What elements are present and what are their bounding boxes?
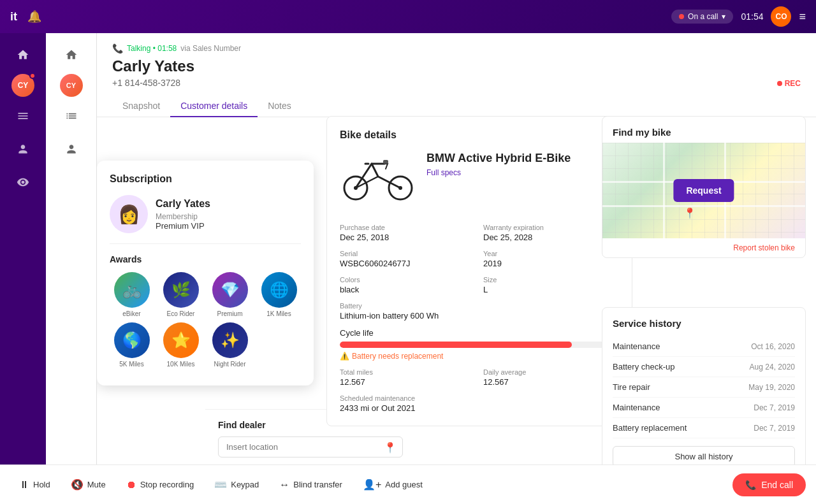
sidebar2-person-icon[interactable] xyxy=(57,135,85,163)
spec-label: Scheduled maintenance xyxy=(340,394,619,402)
notification-badge xyxy=(29,73,36,79)
location-icon: 📍 xyxy=(384,441,397,453)
spec-label: Size xyxy=(483,276,619,284)
blind-transfer-button[interactable]: ↔️ Blind transfer xyxy=(270,474,351,496)
award-label-10kmiles: 10K Miles xyxy=(167,361,195,368)
spec-label: Battery xyxy=(340,302,619,310)
service-item-1: Battery check-up Aug 24, 2020 xyxy=(613,357,795,377)
award-premium: 💎 Premium xyxy=(208,272,252,317)
hold-button[interactable]: ⏸ Hold xyxy=(10,474,59,496)
find-bike-card: Find my bike 📍 Request Report stolen bik… xyxy=(602,116,806,258)
nav-logo: it xyxy=(10,10,17,24)
service-item-3: Maintenance Dec 7, 2019 xyxy=(613,398,795,418)
stop-recording-button[interactable]: ⏺ Stop recording xyxy=(117,474,203,496)
bike-header: BMW Active Hybrid E-Bike Full specs xyxy=(340,151,619,211)
nav-left: it 🔔 xyxy=(10,10,41,24)
bike-info: BMW Active Hybrid E-Bike Full specs xyxy=(426,151,571,177)
tab-bar: Snapshot Customer details Notes xyxy=(112,96,801,117)
spec-label: Total miles xyxy=(340,368,476,376)
bike-details-card: Bike details BMW Active Hyb xyxy=(326,116,632,426)
tab-customer-details[interactable]: Customer details xyxy=(170,96,258,117)
award-label-ecorider: Eco Rider xyxy=(167,310,195,317)
award-circle-ebiker: 🚲 xyxy=(114,272,150,308)
spec-value: Dec 25, 2018 xyxy=(340,233,476,242)
talking-indicator: 📞 Talking • 01:58 via Sales Number xyxy=(112,43,801,54)
request-button[interactable]: Request xyxy=(673,179,734,202)
spec-size: Size L xyxy=(483,276,619,294)
sidebar-avatar[interactable]: CY xyxy=(11,74,34,97)
service-name: Maintenance xyxy=(613,403,660,412)
cycle-life-section: Cycle life 83% ⚠️ Battery needs replacem… xyxy=(340,328,619,361)
spec-value: L xyxy=(483,285,619,294)
mute-button[interactable]: 🔇 Mute xyxy=(62,473,115,496)
award-label-premium: Premium xyxy=(217,310,242,317)
keypad-button[interactable]: ⌨️ Keypad xyxy=(205,473,268,496)
tab-notes[interactable]: Notes xyxy=(258,96,302,117)
membership-label: Membership xyxy=(156,212,210,221)
hold-icon: ⏸ xyxy=(19,479,29,491)
sidebar2-list-icon[interactable] xyxy=(57,102,85,130)
report-stolen-link[interactable]: Report stolen bike xyxy=(602,238,805,257)
full-specs-link[interactable]: Full specs xyxy=(426,168,571,177)
award-circle-premium: 💎 xyxy=(212,272,248,308)
menu-icon[interactable]: ≡ xyxy=(799,10,806,24)
spec-value: 2019 xyxy=(483,259,619,268)
notification-icon[interactable]: 🔔 xyxy=(27,10,41,24)
service-name: Maintenance xyxy=(613,342,660,351)
call-timer: 01:54 xyxy=(741,11,763,22)
tab-snapshot[interactable]: Snapshot xyxy=(112,96,170,117)
sidebar-item-contacts[interactable] xyxy=(9,135,37,163)
end-call-button[interactable]: 📞 End call xyxy=(732,473,806,496)
spec-purchase-date: Purchase date Dec 25, 2018 xyxy=(340,224,476,242)
spec-value: WSBC606024677J xyxy=(340,259,476,268)
sidebar2-home-icon[interactable] xyxy=(57,41,85,69)
award-label-1kmiles: 1K Miles xyxy=(266,310,291,317)
add-guest-icon: 👤+ xyxy=(363,479,381,491)
spec-label: Daily average xyxy=(483,368,619,376)
award-ecorider: 🌿 Eco Rider xyxy=(159,272,203,317)
customer-photo: 👩 xyxy=(110,195,148,233)
service-date: Dec 7, 2019 xyxy=(754,403,795,412)
subscription-title: Subscription xyxy=(110,173,301,185)
on-call-badge[interactable]: On a call ▾ xyxy=(671,10,733,24)
sidebar-item-menu[interactable] xyxy=(9,102,37,130)
spec-value: 12.567 xyxy=(340,377,476,387)
award-ebiker: 🚲 eBiker xyxy=(110,272,154,317)
spec-label: Year xyxy=(483,250,619,257)
customer-info: 👩 Carly Yates Membership Premium VIP xyxy=(110,195,301,244)
service-item-2: Tire repair May 19, 2020 xyxy=(613,377,795,398)
top-nav: it 🔔 On a call ▾ 01:54 CO ≡ xyxy=(0,0,816,33)
award-circle-10kmiles: ⭐ xyxy=(163,322,199,358)
sidebar-item-view[interactable] xyxy=(9,168,37,196)
spec-warranty: Warranty expiration Dec 25, 2028 xyxy=(483,224,619,242)
spec-value: Lithium-ion battery 600 Wh xyxy=(340,311,619,320)
on-call-label: On a call xyxy=(688,12,718,21)
service-date: Aug 24, 2020 xyxy=(750,363,795,371)
spec-total-miles: Total miles 12.567 xyxy=(340,368,476,387)
bike-details-title: Bike details xyxy=(340,129,619,141)
sidebar2-avatar[interactable]: CY xyxy=(60,74,83,97)
service-date: May 19, 2020 xyxy=(748,383,795,392)
map-road-horizontal-2 xyxy=(602,205,805,207)
awards-title: Awards xyxy=(110,254,301,264)
rec-badge: REC xyxy=(777,79,801,88)
add-guest-button[interactable]: 👤+ Add guest xyxy=(354,473,432,496)
dealer-input[interactable] xyxy=(218,436,403,457)
award-label-5kmiles: 5K Miles xyxy=(119,361,143,368)
award-10kmiles: ⭐ 10K Miles xyxy=(159,322,203,368)
keypad-icon: ⌨️ xyxy=(214,479,227,491)
award-circle-nightrider: ✨ xyxy=(212,322,248,358)
second-sidebar: CY xyxy=(46,33,97,504)
map-road-vertical xyxy=(663,143,665,238)
sidebar-item-home[interactable] xyxy=(9,41,37,69)
stop-recording-icon: ⏺ xyxy=(126,479,136,491)
service-name: Battery check-up xyxy=(613,362,675,371)
customer-detail: Carly Yates Membership Premium VIP xyxy=(156,198,210,231)
service-date: Dec 7, 2019 xyxy=(754,424,795,433)
spec-value: black xyxy=(340,285,476,294)
warning-icon: ⚠️ xyxy=(340,352,349,361)
agent-avatar[interactable]: CO xyxy=(771,6,791,27)
award-circle-1kmiles: 🌐 xyxy=(261,272,297,308)
map-pin: 📍 xyxy=(683,207,696,219)
bike-image xyxy=(340,151,416,211)
